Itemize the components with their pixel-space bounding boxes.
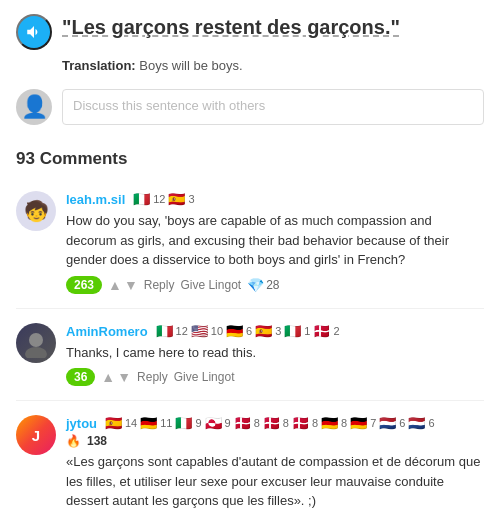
jytou-streak-count: 138 [87,434,107,448]
comment-leah: 🧒 leah.m.sil 🇮🇹 12 🇪🇸 3 How do you say, … [0,181,500,304]
jytou-streak-row: 🔥 138 [66,434,484,448]
discuss-input[interactable] [62,89,484,125]
amin-reply-link[interactable]: Reply [137,370,168,384]
amin-flag-2: 🇺🇸 [191,323,208,339]
leah-username[interactable]: leah.m.sil [66,192,125,207]
jytou-comment-text: «Les garçons sont capables d'autant de c… [66,452,484,511]
jytou-flag-10: 🇳🇱 [379,415,396,431]
leah-reply-link[interactable]: Reply [144,278,175,292]
amin-flag-1: 🇮🇹 [156,323,173,339]
jytou-flag-4: 🇬🇱 [205,415,222,431]
speaker-icon [25,23,43,41]
amin-username[interactable]: AminRomero [66,324,148,339]
jytou-flag-3: 🇮🇹 [175,415,192,431]
leah-lingot-icon: 💎 [247,277,264,293]
amin-header-row: AminRomero 🇮🇹12 🇺🇸10 🇩🇪6 🇪🇸3 🇮🇹1 🇩🇰2 [66,323,484,339]
translation-text: Boys will be boys. [139,58,242,73]
jytou-header-row: jytou 🇪🇸14 🇩🇪11 🇮🇹9 🇬🇱9 🇩🇰8 🇩🇰8 🇩🇰8 🇩🇪8 … [66,415,484,431]
amin-upvote-btn[interactable]: ▲ [101,369,115,385]
leah-upvote-btn[interactable]: ▲ [108,277,122,293]
leah-flag-1: 🇮🇹 [133,191,150,207]
jytou-avatar: J [16,415,56,455]
leah-avatar: 🧒 [16,191,56,231]
leah-flag-1-count: 12 [153,193,165,205]
leah-vote-arrows[interactable]: ▲ ▼ [108,277,138,293]
translation-row: Translation: Boys will be boys. [0,58,500,83]
main-sentence: "Les garçons restent des garçons." [62,14,484,40]
leah-flag-2-count: 3 [188,193,194,205]
fire-icon: 🔥 [66,434,81,448]
comment-jytou: J jytou 🇪🇸14 🇩🇪11 🇮🇹9 🇬🇱9 🇩🇰8 🇩🇰8 🇩🇰8 🇩🇪… [0,405,500,513]
jytou-flag-5: 🇩🇰 [234,415,251,431]
leah-flags: 🇮🇹 12 🇪🇸 3 [133,191,194,207]
jytou-flag-6: 🇩🇰 [263,415,280,431]
amin-avatar-art [21,328,51,358]
leah-comment-content: leah.m.sil 🇮🇹 12 🇪🇸 3 How do you say, 'b… [66,191,484,294]
divider-2 [16,400,484,401]
jytou-username[interactable]: jytou [66,416,97,431]
leah-downvote-btn[interactable]: ▼ [124,277,138,293]
amin-f2c: 10 [211,325,223,337]
amin-f6c: 2 [333,325,339,337]
leah-header-row: leah.m.sil 🇮🇹 12 🇪🇸 3 [66,191,484,207]
leah-lingot-badge: 💎 28 [247,277,279,293]
translation-label: Translation: [62,58,136,73]
jytou-flag-2: 🇩🇪 [140,415,157,431]
leah-lingot-count: 28 [266,278,279,292]
jytou-flag-9: 🇩🇪 [350,415,367,431]
sentence-header: "Les garçons restent des garçons." [0,0,500,58]
svg-point-0 [29,333,43,347]
jytou-flag-1: 🇪🇸 [105,415,122,431]
amin-f5c: 1 [304,325,310,337]
amin-vote-arrows[interactable]: ▲ ▼ [101,369,131,385]
current-user-avatar: 👤 [16,89,52,125]
amin-flag-3: 🇩🇪 [226,323,243,339]
amin-avatar [16,323,56,363]
amin-f4c: 3 [275,325,281,337]
amin-give-lingot-link[interactable]: Give Lingot [174,370,235,384]
jytou-flag-8: 🇩🇪 [321,415,338,431]
leah-upvote-count: 263 [66,276,102,294]
discuss-section: 👤 [0,83,500,141]
jytou-flags: 🇪🇸14 🇩🇪11 🇮🇹9 🇬🇱9 🇩🇰8 🇩🇰8 🇩🇰8 🇩🇪8 🇩🇪7 🇳🇱… [105,415,435,431]
amin-flag-5: 🇮🇹 [284,323,301,339]
divider-1 [16,308,484,309]
amin-flags: 🇮🇹12 🇺🇸10 🇩🇪6 🇪🇸3 🇮🇹1 🇩🇰2 [156,323,340,339]
amin-f3c: 6 [246,325,252,337]
comments-heading: 93 Comments [0,141,500,181]
leah-flag-2: 🇪🇸 [168,191,185,207]
comment-amin: AminRomero 🇮🇹12 🇺🇸10 🇩🇪6 🇪🇸3 🇮🇹1 🇩🇰2 Tha… [0,313,500,397]
amin-actions: 36 ▲ ▼ Reply Give Lingot [66,368,484,386]
leah-give-lingot-link[interactable]: Give Lingot [180,278,241,292]
amin-comment-content: AminRomero 🇮🇹12 🇺🇸10 🇩🇪6 🇪🇸3 🇮🇹1 🇩🇰2 Tha… [66,323,484,387]
amin-upvote-count: 36 [66,368,95,386]
jytou-comment-content: jytou 🇪🇸14 🇩🇪11 🇮🇹9 🇬🇱9 🇩🇰8 🇩🇰8 🇩🇰8 🇩🇪8 … [66,415,484,513]
amin-f1c: 12 [176,325,188,337]
jytou-flag-11: 🇳🇱 [408,415,425,431]
amin-flag-4: 🇪🇸 [255,323,272,339]
play-audio-button[interactable] [16,14,52,50]
amin-flag-6: 🇩🇰 [313,323,330,339]
leah-comment-text: How do you say, 'boys are capable of as … [66,211,484,270]
jytou-flag-7: 🇩🇰 [292,415,309,431]
leah-actions: 263 ▲ ▼ Reply Give Lingot 💎 28 [66,276,484,294]
svg-point-1 [25,347,47,358]
amin-comment-text: Thanks, I came here to read this. [66,343,484,363]
amin-downvote-btn[interactable]: ▼ [117,369,131,385]
